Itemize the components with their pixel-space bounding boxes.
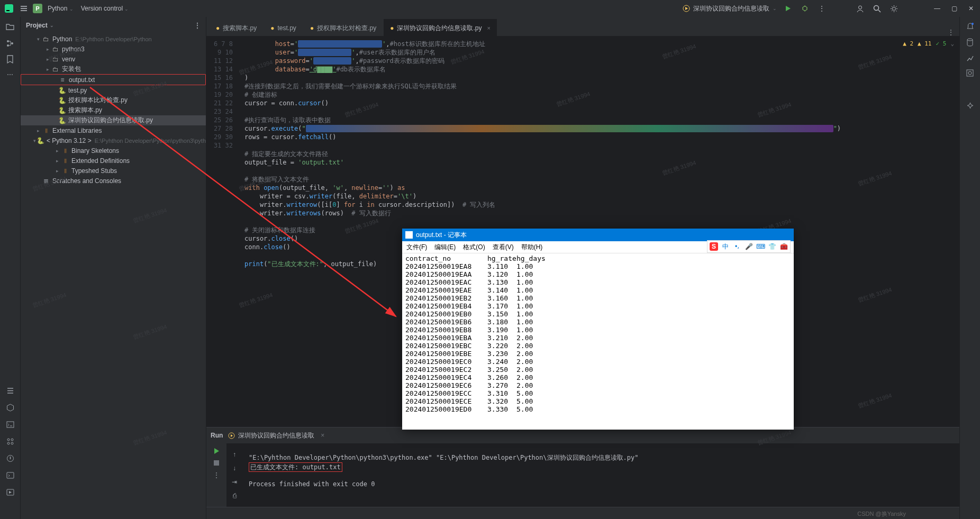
svg-point-19 — [7, 442, 10, 444]
svg-point-13 — [967, 39, 973, 41]
terminal-tool-icon[interactable] — [6, 471, 14, 481]
tree-item[interactable]: 🐍授权脚本比对检查.py — [21, 95, 206, 105]
svg-rect-16 — [7, 422, 14, 427]
print-icon[interactable]: ⎙ — [233, 492, 237, 499]
ime-lang-icon[interactable]: 中 — [721, 242, 730, 251]
svg-point-12 — [972, 23, 974, 25]
scroll-up-icon[interactable]: ↑ — [233, 451, 236, 458]
main-menu-icon[interactable] — [18, 3, 30, 14]
run-tab[interactable]: 深圳协议回购合约信息读取× — [228, 431, 324, 440]
tree-item[interactable]: ≣Scratches and Consoles — [21, 176, 206, 186]
project-icon: P — [33, 4, 42, 13]
maximize-icon[interactable]: ▢ — [948, 3, 960, 14]
sciview-tool-icon[interactable] — [966, 54, 974, 62]
run-tool-title: Run — [211, 432, 223, 439]
tree-item[interactable]: ▸⫴Typeshed Stubs — [21, 166, 206, 176]
ime-mic-icon[interactable]: 🎤 — [745, 242, 753, 251]
tree-item[interactable]: ▾🐍< Python 3.12 >E:\Pyhthon Developer\Py… — [21, 135, 206, 145]
stop-button[interactable] — [213, 460, 220, 466]
close-window-icon[interactable]: ✕ — [965, 3, 977, 14]
minimize-icon[interactable]: — — [931, 3, 943, 14]
run-button[interactable] — [782, 3, 794, 14]
python-packages-icon[interactable] — [6, 404, 14, 413]
search-icon[interactable] — [871, 3, 883, 14]
svg-point-15 — [968, 71, 972, 75]
tree-item[interactable]: ▸🗀安装包 — [21, 64, 206, 74]
svg-point-18 — [11, 439, 13, 441]
ime-keyboard-icon[interactable]: ⌨ — [756, 242, 765, 251]
tree-item[interactable]: 🐍搜索脚本.py — [21, 105, 206, 115]
more-tool-icon[interactable]: ⋯ — [7, 71, 13, 78]
services-tool-icon[interactable] — [6, 438, 14, 447]
svg-point-5 — [874, 5, 878, 10]
editor-tab[interactable]: ●搜索脚本.py — [210, 20, 263, 36]
ide-logo-icon[interactable] — [3, 3, 15, 14]
tabs-more-icon[interactable]: ⋮ — [942, 29, 959, 36]
notepad-titlebar[interactable]: output.txt - 记事本 — [402, 229, 794, 241]
svg-point-3 — [803, 6, 807, 11]
notepad-menu-item[interactable]: 编辑(E) — [434, 243, 456, 252]
notepad-content[interactable]: contract_nohg_ratehg_days2024012500019EA… — [402, 253, 794, 430]
tree-item[interactable]: ▸⫴External Libraries — [21, 125, 206, 135]
database-tool-icon[interactable] — [966, 38, 974, 47]
inspection-indicator[interactable]: ▲ 2 ▲ 11 ✓ 5 ⌄ — [903, 40, 954, 48]
run-more-icon[interactable]: ⋮ — [213, 471, 220, 479]
tree-item[interactable]: 🐍test.py — [21, 85, 206, 95]
soft-wrap-icon[interactable]: ⇥ — [232, 478, 237, 486]
ai-assistant-icon[interactable] — [966, 102, 974, 110]
run-console[interactable]: "E:\Pyhthon Developer\Python\python3\pyt… — [242, 443, 959, 507]
scroll-down-icon[interactable]: ↓ — [233, 465, 236, 472]
project-more-icon[interactable]: ⋮ — [194, 22, 201, 29]
debug-button[interactable] — [799, 3, 811, 14]
ime-toolbar[interactable]: S 中 •، 🎤 ⌨ 👕 🧰 — [707, 240, 791, 253]
tree-item[interactable]: ▸⫴Binary Skeletons — [21, 145, 206, 156]
svg-point-7 — [7, 40, 9, 42]
python-console-icon[interactable] — [6, 421, 14, 430]
svg-rect-11 — [214, 460, 219, 466]
bookmarks-tool-icon[interactable] — [6, 55, 14, 63]
tree-item[interactable]: ≡output.txt — [21, 74, 206, 85]
rerun-button[interactable] — [213, 448, 220, 454]
project-panel-header: Project⌄ ⋮ — [21, 17, 206, 34]
svg-point-4 — [858, 6, 861, 9]
notifications-icon[interactable] — [966, 22, 974, 31]
run-tool-icon[interactable] — [6, 488, 14, 498]
tree-item[interactable]: ▾🗀PythonE:\Pyhthon Developer\Python — [21, 34, 206, 44]
problems-tool-icon[interactable] — [6, 454, 14, 464]
project-tree[interactable]: ▾🗀PythonE:\Pyhthon Developer\Python▸🗀pyt… — [21, 34, 206, 519]
notepad-window[interactable]: output.txt - 记事本 文件(F)编辑(E)格式(O)查看(V)帮助(… — [402, 229, 794, 430]
status-bar — [206, 507, 959, 519]
svg-rect-1 — [6, 10, 10, 11]
svg-point-8 — [7, 44, 9, 47]
notepad-menu-item[interactable]: 文件(F) — [406, 243, 427, 252]
more-actions-icon[interactable]: ⋮ — [816, 3, 828, 14]
todo-tool-icon[interactable] — [6, 387, 14, 396]
project-name-dropdown[interactable]: Python ⌄ — [46, 5, 76, 12]
run-config-selector[interactable]: 深圳协议回购合约信息读取 ⌄ — [683, 4, 777, 13]
settings-icon[interactable] — [888, 3, 900, 14]
vcs-dropdown[interactable]: Version control ⌄ — [79, 5, 131, 12]
notepad-menu-item[interactable]: 查看(V) — [493, 243, 514, 252]
structure-tool-icon[interactable] — [6, 39, 14, 48]
svg-point-9 — [11, 42, 13, 44]
tree-item[interactable]: ▸🗀venv — [21, 54, 206, 64]
ime-skin-icon[interactable]: 👕 — [768, 242, 776, 251]
editor-tab[interactable]: ●test.py — [264, 20, 303, 36]
plots-tool-icon[interactable] — [966, 69, 974, 77]
tree-item[interactable]: ▸⫴Extended Definitions — [21, 156, 206, 166]
editor-gutter: 6 7 8 9 10 11 12 13 14 15 16 17 18 19 20… — [206, 37, 241, 427]
sogou-icon[interactable]: S — [710, 242, 718, 251]
tree-item[interactable]: ▸🗀python3 — [21, 44, 206, 54]
editor-tab[interactable]: ●深圳协议回购合约信息读取.py× — [384, 19, 497, 36]
notepad-menu-item[interactable]: 格式(O) — [463, 243, 485, 252]
ime-tool-icon[interactable]: 🧰 — [779, 242, 788, 251]
account-icon[interactable] — [854, 3, 866, 14]
project-tool-icon[interactable] — [5, 22, 15, 32]
notepad-menu-item[interactable]: 帮助(H) — [521, 243, 543, 252]
svg-point-20 — [11, 442, 13, 444]
editor-tab[interactable]: ●授权脚本比对检查.py — [304, 20, 383, 36]
svg-rect-22 — [7, 472, 14, 478]
tree-item[interactable]: 🐍深圳协议回购合约信息读取.py — [21, 115, 206, 125]
ime-punct-icon[interactable]: •، — [733, 242, 741, 251]
editor-tabs[interactable]: ●搜索脚本.py●test.py●授权脚本比对检查.py●深圳协议回购合约信息读… — [206, 17, 959, 37]
